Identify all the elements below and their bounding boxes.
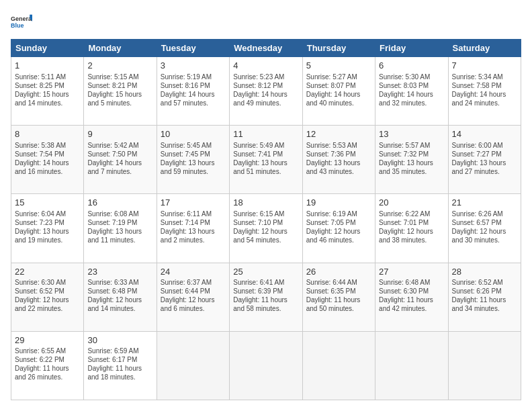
day-number: 29 [15,334,80,347]
calendar-header-row: SundayMondayTuesdayWednesdayThursdayFrid… [11,40,521,57]
calendar-day-header: Tuesday [157,40,229,57]
calendar-cell [448,331,521,400]
calendar-cell: 23Sunrise: 6:33 AM Sunset: 6:48 PM Dayli… [84,263,157,331]
day-info: Sunrise: 6:26 AM Sunset: 6:57 PM Dayligh… [452,210,517,244]
day-number: 7 [452,60,517,72]
day-number: 22 [15,266,80,278]
calendar-cell: 13Sunrise: 5:57 AM Sunset: 7:32 PM Dayli… [375,126,448,194]
day-number: 21 [452,197,517,209]
calendar-cell: 9Sunrise: 5:42 AM Sunset: 7:50 PM Daylig… [84,126,157,194]
day-number: 1 [15,60,80,72]
day-number: 11 [233,128,298,140]
day-info: Sunrise: 6:19 AM Sunset: 7:05 PM Dayligh… [306,210,371,244]
day-number: 13 [379,128,444,140]
day-number: 3 [161,60,226,72]
day-info: Sunrise: 5:34 AM Sunset: 7:58 PM Dayligh… [452,73,517,107]
calendar-day-header: Friday [375,40,448,57]
day-number: 28 [452,266,517,278]
calendar-cell [302,331,375,400]
calendar-cell [230,331,302,400]
day-info: Sunrise: 6:11 AM Sunset: 7:14 PM Dayligh… [161,210,226,244]
day-info: Sunrise: 6:33 AM Sunset: 6:48 PM Dayligh… [87,278,152,313]
calendar-day-header: Sunday [11,40,84,57]
day-number: 16 [87,197,152,209]
calendar-cell: 4Sunrise: 5:23 AM Sunset: 8:12 PM Daylig… [230,57,302,126]
logo: General Blue [11,11,32,32]
day-number: 6 [379,60,444,72]
day-number: 15 [15,197,80,209]
day-info: Sunrise: 5:23 AM Sunset: 8:12 PM Dayligh… [233,73,298,107]
day-info: Sunrise: 5:42 AM Sunset: 7:50 PM Dayligh… [87,141,152,176]
day-number: 14 [452,128,517,140]
day-info: Sunrise: 6:59 AM Sunset: 6:17 PM Dayligh… [87,347,152,381]
logo-svg: General Blue [11,11,32,32]
day-info: Sunrise: 5:49 AM Sunset: 7:41 PM Dayligh… [233,141,298,176]
calendar-cell: 5Sunrise: 5:27 AM Sunset: 8:07 PM Daylig… [302,57,375,126]
day-number: 19 [306,197,371,209]
day-number: 27 [379,266,444,278]
day-info: Sunrise: 5:30 AM Sunset: 8:03 PM Dayligh… [379,73,444,107]
day-info: Sunrise: 6:37 AM Sunset: 6:44 PM Dayligh… [161,278,226,313]
calendar-cell: 12Sunrise: 5:53 AM Sunset: 7:36 PM Dayli… [302,126,375,194]
day-number: 9 [87,128,152,140]
calendar-cell: 16Sunrise: 6:08 AM Sunset: 7:19 PM Dayli… [84,194,157,263]
calendar-cell: 10Sunrise: 5:45 AM Sunset: 7:45 PM Dayli… [157,126,229,194]
calendar-cell: 20Sunrise: 6:22 AM Sunset: 7:01 PM Dayli… [375,194,448,263]
day-info: Sunrise: 6:48 AM Sunset: 6:30 PM Dayligh… [379,278,444,313]
day-number: 24 [161,266,226,278]
day-number: 8 [15,128,80,140]
day-info: Sunrise: 5:27 AM Sunset: 8:07 PM Dayligh… [306,73,371,107]
day-info: Sunrise: 6:55 AM Sunset: 6:22 PM Dayligh… [15,347,80,381]
calendar-cell: 25Sunrise: 6:41 AM Sunset: 6:39 PM Dayli… [230,263,302,331]
day-info: Sunrise: 6:41 AM Sunset: 6:39 PM Dayligh… [233,278,298,313]
calendar-week-row: 1Sunrise: 5:11 AM Sunset: 8:25 PM Daylig… [11,57,521,126]
calendar-cell: 14Sunrise: 6:00 AM Sunset: 7:27 PM Dayli… [448,126,521,194]
day-number: 4 [233,60,298,72]
day-info: Sunrise: 6:08 AM Sunset: 7:19 PM Dayligh… [87,210,152,244]
calendar-day-header: Wednesday [230,40,302,57]
calendar-cell: 17Sunrise: 6:11 AM Sunset: 7:14 PM Dayli… [157,194,229,263]
page-header: General Blue [11,11,521,32]
day-info: Sunrise: 6:44 AM Sunset: 6:35 PM Dayligh… [306,278,371,313]
calendar-week-row: 15Sunrise: 6:04 AM Sunset: 7:23 PM Dayli… [11,194,521,263]
calendar-week-row: 22Sunrise: 6:30 AM Sunset: 6:52 PM Dayli… [11,263,521,331]
day-number: 30 [87,334,152,347]
calendar-week-row: 29Sunrise: 6:55 AM Sunset: 6:22 PM Dayli… [11,331,521,400]
calendar-cell: 21Sunrise: 6:26 AM Sunset: 6:57 PM Dayli… [448,194,521,263]
day-number: 23 [87,266,152,278]
day-number: 5 [306,60,371,72]
calendar-week-row: 8Sunrise: 5:38 AM Sunset: 7:54 PM Daylig… [11,126,521,194]
day-info: Sunrise: 6:52 AM Sunset: 6:26 PM Dayligh… [452,278,517,313]
day-info: Sunrise: 5:11 AM Sunset: 8:25 PM Dayligh… [15,73,80,107]
day-number: 12 [306,128,371,140]
day-info: Sunrise: 5:57 AM Sunset: 7:32 PM Dayligh… [379,141,444,176]
day-info: Sunrise: 6:04 AM Sunset: 7:23 PM Dayligh… [15,210,80,244]
day-info: Sunrise: 6:30 AM Sunset: 6:52 PM Dayligh… [15,278,80,313]
day-info: Sunrise: 5:53 AM Sunset: 7:36 PM Dayligh… [306,141,371,176]
calendar-cell: 24Sunrise: 6:37 AM Sunset: 6:44 PM Dayli… [157,263,229,331]
calendar-day-header: Saturday [448,40,521,57]
day-info: Sunrise: 6:00 AM Sunset: 7:27 PM Dayligh… [452,141,517,176]
day-info: Sunrise: 6:15 AM Sunset: 7:10 PM Dayligh… [233,210,298,244]
day-number: 25 [233,266,298,278]
calendar-day-header: Thursday [302,40,375,57]
calendar-cell: 8Sunrise: 5:38 AM Sunset: 7:54 PM Daylig… [11,126,84,194]
svg-text:Blue: Blue [11,22,24,29]
calendar-day-header: Monday [84,40,157,57]
calendar-cell: 28Sunrise: 6:52 AM Sunset: 6:26 PM Dayli… [448,263,521,331]
day-number: 2 [87,60,152,72]
calendar-cell: 2Sunrise: 5:15 AM Sunset: 8:21 PM Daylig… [84,57,157,126]
calendar-cell: 15Sunrise: 6:04 AM Sunset: 7:23 PM Dayli… [11,194,84,263]
svg-text:General: General [11,15,32,22]
calendar-cell: 6Sunrise: 5:30 AM Sunset: 8:03 PM Daylig… [375,57,448,126]
day-info: Sunrise: 5:38 AM Sunset: 7:54 PM Dayligh… [15,141,80,176]
day-info: Sunrise: 5:15 AM Sunset: 8:21 PM Dayligh… [87,73,152,107]
calendar-cell: 3Sunrise: 5:19 AM Sunset: 8:16 PM Daylig… [157,57,229,126]
day-info: Sunrise: 5:45 AM Sunset: 7:45 PM Dayligh… [161,141,226,176]
calendar-cell [375,331,448,400]
day-number: 10 [161,128,226,140]
day-info: Sunrise: 6:22 AM Sunset: 7:01 PM Dayligh… [379,210,444,244]
day-info: Sunrise: 5:19 AM Sunset: 8:16 PM Dayligh… [161,73,226,107]
calendar-cell: 29Sunrise: 6:55 AM Sunset: 6:22 PM Dayli… [11,331,84,400]
calendar-cell: 19Sunrise: 6:19 AM Sunset: 7:05 PM Dayli… [302,194,375,263]
